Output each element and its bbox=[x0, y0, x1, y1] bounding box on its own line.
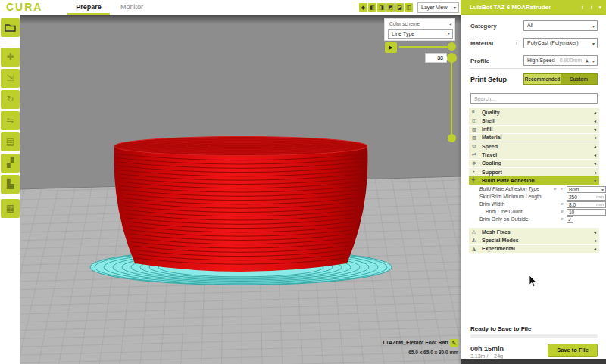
material-select[interactable]: PolyCast (Polymaker) ▾ bbox=[523, 38, 598, 48]
material-usage: 3.13m / ~ 24g bbox=[470, 353, 503, 359]
left-toolbar: ✚ ⇲ ↻ ⇋ ▤ ▞ ▙ ▦ bbox=[0, 15, 20, 364]
brim-width-input[interactable]: 8.0 mm bbox=[567, 201, 606, 208]
open-file-button[interactable] bbox=[1, 18, 20, 37]
rotate-tool-button[interactable]: ↻ bbox=[1, 90, 20, 109]
layer-slider-track[interactable] bbox=[451, 61, 452, 138]
scale-tool-button[interactable]: ⇲ bbox=[1, 69, 20, 88]
info-icon[interactable]: i bbox=[590, 3, 592, 11]
category-label: Category bbox=[470, 23, 497, 30]
cura-logo: CURA bbox=[6, 1, 42, 13]
folder-icon bbox=[5, 23, 16, 32]
category-speed[interactable]: ⊙ Speed ◂ bbox=[469, 142, 599, 151]
link-icon: ø bbox=[561, 209, 564, 213]
brim-only-outside-checkbox[interactable]: ✓ bbox=[567, 216, 573, 223]
profile-select[interactable]: High Speed - 0.900mm ★ ▾ bbox=[523, 55, 598, 66]
custom-button[interactable]: Custom bbox=[561, 74, 597, 84]
category-mesh-fixes[interactable]: ◬ Mesh Fixes ◂ bbox=[469, 228, 599, 236]
print-time: 00h 15min bbox=[470, 345, 504, 353]
quality-icon: ≡ bbox=[472, 109, 475, 114]
view-top-button[interactable]: ◨ bbox=[377, 3, 386, 12]
view-3d-button[interactable]: ◆ bbox=[359, 3, 367, 12]
simulation-slider-track[interactable] bbox=[399, 46, 449, 48]
per-model-settings-button[interactable]: ▤ bbox=[1, 132, 20, 151]
chevron-left-icon: ◂ bbox=[594, 229, 596, 235]
tab-prepare[interactable]: Prepare bbox=[70, 3, 107, 11]
travel-icon: ⇄ bbox=[472, 151, 476, 157]
move-tool-button[interactable]: ✚ bbox=[1, 48, 20, 67]
chevron-down-icon: ▾ bbox=[454, 3, 456, 12]
chevron-left-icon: ◂ bbox=[594, 160, 596, 166]
scene-canvas bbox=[20, 15, 461, 364]
category-select[interactable]: All ▾ bbox=[523, 20, 598, 31]
layer-stairs-button[interactable]: ▙ bbox=[1, 175, 20, 194]
category-experimental[interactable]: ◮ Experimental ◂ bbox=[469, 245, 599, 254]
save-status: Ready to Save to File bbox=[470, 325, 531, 332]
model-dimensions: 65.0 x 65.0 x 30.0 mm bbox=[408, 350, 458, 355]
chevron-down-icon: ▾ bbox=[601, 188, 604, 193]
view-mode-select[interactable]: Layer View ▾ bbox=[417, 2, 459, 13]
star-icon[interactable]: ★ bbox=[585, 57, 589, 66]
skirt-brim-min-length-input[interactable]: 250 mm bbox=[567, 194, 606, 201]
brim-line-count-input[interactable]: 10 bbox=[567, 209, 606, 216]
layer-number-tag[interactable]: 33 bbox=[425, 53, 447, 63]
chevron-left-icon: ◂ bbox=[594, 246, 596, 251]
bottom-bar bbox=[461, 359, 606, 364]
link-icon: ø bbox=[554, 186, 557, 191]
search-input[interactable] bbox=[470, 93, 598, 104]
material-info-icon[interactable]: i bbox=[516, 39, 517, 46]
layer-slider-bottom-handle[interactable] bbox=[448, 134, 456, 142]
chevron-down-icon: ▾ bbox=[448, 30, 450, 38]
tab-monitor[interactable]: Monitor bbox=[114, 3, 150, 11]
adhesion-icon: ╋ bbox=[472, 177, 475, 183]
category-travel[interactable]: ⇄ Travel ◂ bbox=[469, 151, 599, 159]
adhesion-type-select[interactable]: Brim ▾ bbox=[567, 186, 606, 193]
link-icon: ø bbox=[561, 201, 564, 206]
chevron-left-icon: ◂ bbox=[594, 238, 596, 243]
machine-header[interactable]: LulzBot TAZ 6 MOARstruder i i ▾ bbox=[461, 0, 606, 15]
color-scheme-label: Color scheme bbox=[389, 21, 420, 26]
support-icon: ◔ bbox=[472, 169, 475, 174]
divider bbox=[470, 68, 598, 69]
setting-brim-line-count: Brim Line Count ø 10 bbox=[469, 208, 599, 216]
category-material[interactable]: ▥ Material ◂ bbox=[469, 134, 599, 142]
layer-slider-top-handle[interactable] bbox=[447, 53, 457, 63]
material-label: Material bbox=[470, 40, 493, 47]
view-front-button[interactable]: ◧ bbox=[368, 3, 376, 12]
layer-view-legend: Color scheme ◂ Line Type ▾ bbox=[384, 18, 455, 41]
category-support[interactable]: ◔ Support ◂ bbox=[469, 168, 599, 176]
view-bottom-button[interactable]: ◫ bbox=[405, 3, 413, 12]
arrange-button[interactable]: ▦ bbox=[1, 199, 20, 218]
profile-label: Profile bbox=[470, 58, 489, 64]
category-special-modes[interactable]: ◭ Special Modes ◂ bbox=[469, 236, 599, 244]
category-infill[interactable]: ▨ Infill ◂ bbox=[469, 126, 599, 134]
model-object[interactable] bbox=[114, 137, 368, 272]
experimental-icon: ◮ bbox=[472, 246, 476, 252]
view-left-button[interactable]: ◩ bbox=[386, 3, 395, 12]
category-quality[interactable]: ≡ Quality ◂ bbox=[469, 108, 599, 117]
print-setup-label: Print Setup bbox=[470, 76, 507, 83]
simulation-play-button[interactable]: ▶ bbox=[385, 42, 397, 53]
view-right-button[interactable]: ◪ bbox=[395, 3, 404, 12]
category-cooling[interactable]: ❄ Cooling ◂ bbox=[469, 160, 599, 168]
revert-icon[interactable]: ↶ bbox=[561, 186, 564, 191]
chevron-left-icon: ◂ bbox=[594, 118, 596, 123]
support-blocker-button[interactable]: ▞ bbox=[1, 154, 20, 173]
mirror-tool-button[interactable]: ⇋ bbox=[1, 111, 20, 130]
setting-brim-only-outside: Brim Only on Outside ø ✓ bbox=[469, 216, 599, 223]
category-build-plate-adhesion[interactable]: ╋ Build Plate Adhesion ▾ bbox=[469, 176, 599, 185]
top-bar: CURA Prepare Monitor ◆ ◧ ◨ ◩ ◪ ◫ Layer V… bbox=[0, 0, 461, 15]
edit-model-name-button[interactable]: ✎ bbox=[450, 339, 458, 347]
simulation-slider-handle[interactable] bbox=[448, 42, 456, 51]
chevron-down-icon: ▾ bbox=[592, 22, 595, 31]
info-icon[interactable]: i bbox=[581, 3, 583, 11]
mesh-fixes-icon: ◬ bbox=[472, 229, 476, 235]
save-to-file-button[interactable]: Save to File bbox=[548, 344, 598, 357]
color-scheme-select[interactable]: Line Type ▾ bbox=[388, 29, 453, 39]
print-setup-toggle: Recommended Custom bbox=[523, 73, 598, 85]
chevron-down-icon: ▾ bbox=[594, 178, 596, 183]
legend-collapse-icon[interactable]: ◂ bbox=[449, 21, 451, 26]
category-shell[interactable]: ◫ Shell ◂ bbox=[469, 117, 599, 125]
viewport-3d[interactable]: Color scheme ◂ Line Type ▾ ▶ 33 LTAZ6M_E… bbox=[20, 15, 461, 364]
recommended-button[interactable]: Recommended bbox=[524, 74, 561, 84]
chevron-left-icon: ◂ bbox=[594, 126, 596, 132]
